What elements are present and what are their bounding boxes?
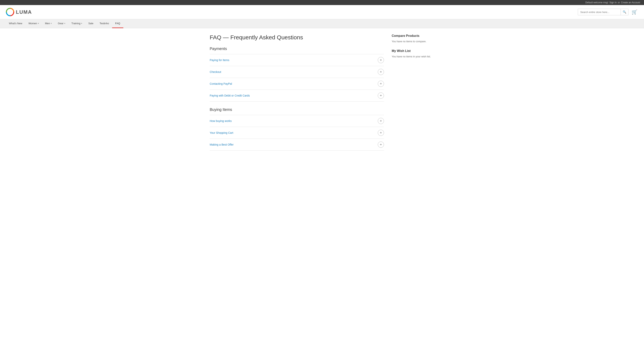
faq-item-label[interactable]: Your Shopping Cart bbox=[210, 131, 233, 134]
faq-item-label[interactable]: Contacting PayPal bbox=[210, 82, 232, 85]
compare-products-empty: You have no items to compare. bbox=[392, 40, 434, 43]
or-separator: or bbox=[618, 1, 620, 4]
faq-expand-button[interactable]: + bbox=[378, 69, 384, 75]
nav-item-training[interactable]: Training▾ bbox=[68, 19, 85, 28]
logo-icon bbox=[6, 8, 14, 16]
plus-icon: + bbox=[380, 58, 382, 62]
main-container: FAQ — Frequently Asked Questions Payment… bbox=[206, 28, 438, 162]
site-header: LUMA 🔍 🛒 bbox=[0, 5, 644, 19]
chevron-down-icon: ▾ bbox=[64, 22, 65, 25]
search-input[interactable] bbox=[578, 9, 620, 15]
faq-item-label[interactable]: How buying works bbox=[210, 119, 232, 122]
compare-products-block: Compare Products You have no items to co… bbox=[392, 34, 434, 43]
header-right: 🔍 🛒 bbox=[578, 9, 638, 16]
faq-item-label[interactable]: Checkout bbox=[210, 70, 221, 73]
chevron-down-icon: ▾ bbox=[51, 22, 52, 25]
create-account-link[interactable]: Create an Account bbox=[621, 1, 640, 4]
welcome-message: Default welcome msg! bbox=[585, 1, 608, 4]
faq-expand-button[interactable]: + bbox=[378, 57, 384, 63]
chevron-down-icon: ▾ bbox=[81, 22, 82, 25]
faq-section-title-1: Buying Items bbox=[210, 107, 384, 112]
nav-item-label: Training bbox=[72, 22, 80, 25]
plus-icon: + bbox=[380, 131, 382, 135]
wish-list-block: My Wish List You have no items in your w… bbox=[392, 49, 434, 59]
nav-item-label: Women bbox=[28, 22, 37, 25]
faq-expand-button[interactable]: + bbox=[378, 118, 384, 124]
faq-item[interactable]: How buying works+ bbox=[210, 115, 384, 127]
main-nav: What's NewWomen▾Men▾Gear▾Training▾SaleTe… bbox=[0, 19, 644, 28]
faq-item-label[interactable]: Paying with Debit or Credit Cards bbox=[210, 94, 250, 97]
plus-icon: + bbox=[380, 82, 382, 86]
wish-list-title: My Wish List bbox=[392, 49, 434, 53]
wish-list-empty: You have no items in your wish list. bbox=[392, 55, 434, 59]
plus-icon: + bbox=[380, 70, 382, 74]
faq-expand-button[interactable]: + bbox=[378, 130, 384, 136]
nav-item-sale[interactable]: Sale bbox=[85, 19, 96, 28]
faq-section-1: Buying ItemsHow buying works+Your Shoppi… bbox=[210, 107, 384, 151]
compare-products-title: Compare Products bbox=[392, 34, 434, 38]
faq-item[interactable]: Your Shopping Cart+ bbox=[210, 127, 384, 139]
content-area: FAQ — Frequently Asked Questions Payment… bbox=[210, 34, 384, 156]
nav-item-label: Men bbox=[45, 22, 50, 25]
faq-expand-button[interactable]: + bbox=[378, 92, 384, 99]
sign-in-link[interactable]: Sign In bbox=[609, 1, 616, 4]
sidebar: Compare Products You have no items to co… bbox=[392, 34, 434, 156]
nav-item-label: Sale bbox=[88, 22, 93, 25]
faq-item[interactable]: Making a Best Offer+ bbox=[210, 139, 384, 151]
nav-item-what's-new[interactable]: What's New bbox=[6, 19, 25, 28]
logo-text: LUMA bbox=[16, 9, 32, 15]
nav-item-faq[interactable]: FAQ bbox=[112, 19, 123, 28]
page-title: FAQ — Frequently Asked Questions bbox=[210, 34, 384, 41]
faq-section-0: PaymentsPaying for Items+Checkout+Contac… bbox=[210, 47, 384, 102]
faq-item[interactable]: Paying with Debit or Credit Cards+ bbox=[210, 90, 384, 102]
search-button[interactable]: 🔍 bbox=[620, 9, 628, 15]
search-form: 🔍 bbox=[578, 9, 628, 15]
top-bar: Default welcome msg! Sign In or Create a… bbox=[0, 0, 644, 5]
faq-item-label[interactable]: Paying for Items bbox=[210, 59, 229, 62]
nav-item-women[interactable]: Women▾ bbox=[25, 19, 42, 28]
faq-expand-button[interactable]: + bbox=[378, 81, 384, 87]
nav-item-gear[interactable]: Gear▾ bbox=[55, 19, 68, 28]
search-icon: 🔍 bbox=[623, 10, 626, 14]
cart-button[interactable]: 🛒 bbox=[631, 9, 638, 16]
nav-item-label: FAQ bbox=[115, 22, 120, 25]
faq-content: PaymentsPaying for Items+Checkout+Contac… bbox=[210, 47, 384, 151]
nav-item-label: What's New bbox=[9, 22, 22, 25]
nav-item-label: Gear bbox=[58, 22, 64, 25]
plus-icon: + bbox=[380, 119, 382, 123]
faq-expand-button[interactable]: + bbox=[378, 141, 384, 148]
faq-section-title-0: Payments bbox=[210, 47, 384, 51]
faq-item[interactable]: Paying for Items+ bbox=[210, 54, 384, 66]
nav-item-label: Testinho bbox=[100, 22, 109, 25]
plus-icon: + bbox=[380, 143, 382, 147]
nav-item-testinho[interactable]: Testinho bbox=[96, 19, 112, 28]
nav-item-men[interactable]: Men▾ bbox=[42, 19, 55, 28]
logo-link[interactable]: LUMA bbox=[6, 8, 32, 16]
faq-item-label[interactable]: Making a Best Offer bbox=[210, 143, 234, 146]
faq-item[interactable]: Checkout+ bbox=[210, 66, 384, 78]
cart-icon: 🛒 bbox=[632, 9, 638, 15]
chevron-down-icon: ▾ bbox=[38, 22, 39, 25]
faq-item[interactable]: Contacting PayPal+ bbox=[210, 78, 384, 90]
plus-icon: + bbox=[380, 94, 382, 98]
